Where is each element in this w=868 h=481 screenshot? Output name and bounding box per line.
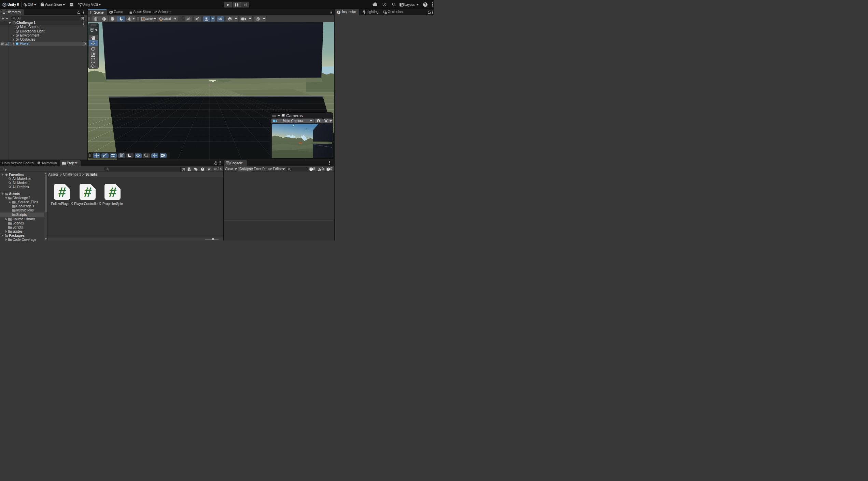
svg-text:#: # xyxy=(109,185,117,200)
svg-text:#: # xyxy=(83,185,92,200)
svg-text:#: # xyxy=(58,185,66,200)
